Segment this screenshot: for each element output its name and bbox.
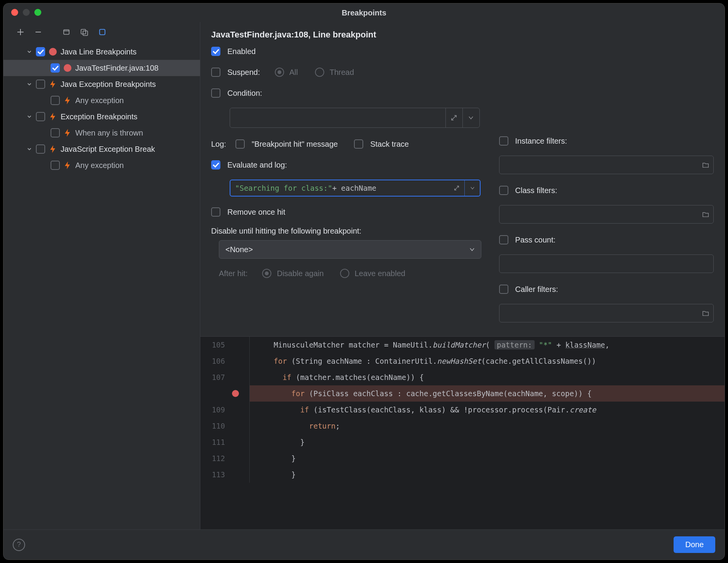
remove-once-checkbox[interactable] xyxy=(211,207,220,217)
group-by-type-icon[interactable] xyxy=(79,27,90,37)
code-line: 113 } xyxy=(200,466,725,483)
expand-icon[interactable] xyxy=(445,108,462,127)
view-options-icon[interactable] xyxy=(97,27,108,37)
breakpoint-gutter[interactable] xyxy=(229,434,242,450)
exception-bolt-icon xyxy=(49,80,57,88)
minimize-window[interactable] xyxy=(23,9,30,16)
svg-rect-2 xyxy=(83,31,88,36)
instance-filters-checkbox[interactable] xyxy=(499,136,508,146)
condition-checkbox[interactable] xyxy=(211,88,220,98)
caller-filters-input[interactable] xyxy=(499,304,714,322)
folder-icon[interactable] xyxy=(702,210,709,218)
line-number: 111 xyxy=(200,434,229,450)
log-bphit-checkbox[interactable] xyxy=(235,139,245,149)
line-number: 110 xyxy=(200,418,229,434)
breakpoint-dot-icon xyxy=(49,48,57,56)
suspend-checkbox[interactable] xyxy=(211,68,220,77)
item-label: JavaTestFinder.java:108 xyxy=(75,64,159,73)
code-line: 107 if (matcher.matches(eachName)) { xyxy=(200,369,725,385)
disable-until-label: Disable until hitting the following brea… xyxy=(211,227,480,236)
zoom-window[interactable] xyxy=(34,9,41,16)
breakpoints-dialog: Breakpoints xyxy=(3,3,725,560)
chevron-down-icon[interactable] xyxy=(25,145,34,153)
item-checkbox[interactable] xyxy=(51,128,60,137)
folder-icon[interactable] xyxy=(702,309,709,317)
instance-filters-input[interactable] xyxy=(499,156,714,174)
item-checkbox[interactable] xyxy=(51,96,60,105)
svg-rect-0 xyxy=(64,30,69,34)
breakpoint-gutter[interactable] xyxy=(229,353,242,369)
tree-item[interactable]: When any is thrown xyxy=(3,125,200,141)
remove-once-label: Remove once hit xyxy=(227,208,285,217)
code-text: } xyxy=(250,450,725,466)
suspend-thread-radio[interactable] xyxy=(315,68,324,77)
suspend-thread-label: Thread xyxy=(330,68,354,77)
code-text: MinusculeMatcher matcher = NameUtil.buil… xyxy=(250,337,725,353)
code-line: 110 return; xyxy=(200,418,725,434)
chevron-down-icon[interactable] xyxy=(25,112,34,121)
disable-until-select[interactable]: <None> xyxy=(219,240,481,259)
after-hit-disable-label: Disable again xyxy=(277,269,323,278)
breakpoint-gutter[interactable] xyxy=(229,402,242,418)
suspend-all-radio[interactable] xyxy=(275,68,284,77)
group-checkbox[interactable] xyxy=(36,112,45,121)
after-hit-leave-radio[interactable] xyxy=(340,269,349,278)
log-stack-checkbox[interactable] xyxy=(354,139,363,149)
breakpoint-tree[interactable]: Java Line BreakpointsJavaTestFinder.java… xyxy=(3,42,200,529)
breakpoint-gutter[interactable] xyxy=(229,450,242,466)
remove-breakpoint-icon[interactable] xyxy=(33,27,44,37)
expand-icon[interactable] xyxy=(449,180,464,196)
breakpoint-gutter[interactable] xyxy=(229,385,242,402)
enabled-checkbox[interactable] xyxy=(211,47,220,56)
folder-icon[interactable] xyxy=(702,161,709,169)
item-checkbox[interactable] xyxy=(51,63,60,73)
code-line: for (PsiClass eachClass : cache.getClass… xyxy=(200,385,725,402)
breakpoint-dot-icon xyxy=(64,64,71,72)
log-stack-label: Stack trace xyxy=(370,140,409,149)
class-filters-input[interactable] xyxy=(499,205,714,224)
caller-filters-checkbox[interactable] xyxy=(499,285,508,294)
window-title: Breakpoints xyxy=(3,8,725,17)
tree-group[interactable]: Exception Breakpoints xyxy=(3,109,200,125)
group-checkbox[interactable] xyxy=(36,144,45,154)
exception-bolt-icon xyxy=(64,96,71,105)
tree-group[interactable]: Java Exception Breakpoints xyxy=(3,76,200,92)
item-label: Any exception xyxy=(75,96,124,105)
help-icon[interactable]: ? xyxy=(13,539,25,551)
evaluate-input[interactable]: "Searching for class:" + eachName xyxy=(230,180,481,197)
chevron-down-icon[interactable] xyxy=(464,180,480,196)
code-text: for (String eachName : ContainerUtil.new… xyxy=(250,353,725,369)
line-number: 105 xyxy=(200,337,229,353)
tree-item[interactable]: Any exception xyxy=(3,157,200,173)
tree-item[interactable]: JavaTestFinder.java:108 xyxy=(3,60,200,76)
tree-item[interactable]: Any exception xyxy=(3,92,200,109)
group-label: Java Exception Breakpoints xyxy=(61,80,156,89)
chevron-down-icon[interactable] xyxy=(462,108,479,127)
group-by-file-icon[interactable] xyxy=(61,27,72,37)
breakpoint-gutter[interactable] xyxy=(229,418,242,434)
item-checkbox[interactable] xyxy=(51,161,60,170)
breakpoint-header: JavaTestFinder.java:108, Line breakpoint xyxy=(200,22,725,45)
condition-input[interactable] xyxy=(230,108,480,128)
close-window[interactable] xyxy=(11,9,18,16)
disable-until-value: <None> xyxy=(225,245,253,254)
after-hit-disable-radio[interactable] xyxy=(262,269,271,278)
breakpoint-gutter[interactable] xyxy=(229,337,242,353)
pass-count-input[interactable] xyxy=(499,254,714,273)
item-label: When any is thrown xyxy=(75,129,143,137)
group-checkbox[interactable] xyxy=(36,80,45,89)
breakpoint-gutter[interactable] xyxy=(229,369,242,385)
breakpoint-details: JavaTestFinder.java:108, Line breakpoint… xyxy=(200,22,725,529)
group-checkbox[interactable] xyxy=(36,47,45,56)
add-breakpoint-icon[interactable] xyxy=(15,27,26,37)
evaluate-checkbox[interactable] xyxy=(211,160,220,170)
breakpoint-gutter[interactable] xyxy=(229,466,242,483)
tree-group[interactable]: JavaScript Exception Break xyxy=(3,141,200,157)
class-filters-checkbox[interactable] xyxy=(499,186,508,195)
chevron-down-icon[interactable] xyxy=(25,47,34,56)
pass-count-checkbox[interactable] xyxy=(499,235,508,244)
tree-group[interactable]: Java Line Breakpoints xyxy=(3,44,200,60)
class-filters-label: Class filters: xyxy=(515,186,557,195)
chevron-down-icon[interactable] xyxy=(25,80,34,88)
done-button[interactable]: Done xyxy=(674,536,715,553)
